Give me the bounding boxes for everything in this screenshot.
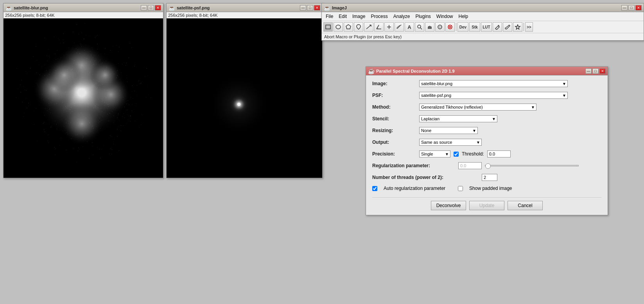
show-padded-label: Show padded image: [469, 186, 512, 191]
show-padded-checkbox[interactable]: [458, 186, 463, 191]
text-tool-btn[interactable]: A: [405, 22, 414, 32]
reg-param-input[interactable]: 0.0: [458, 162, 482, 169]
angle-tool-btn[interactable]: [374, 22, 384, 32]
imagej-toolbar: A: [322, 21, 644, 33]
threads-row: Number of threads (power of 2): 2: [372, 174, 601, 181]
fill-tool-btn[interactable]: [445, 22, 455, 32]
psf-minimize-btn[interactable]: —: [300, 5, 306, 11]
more-tools-btn[interactable]: >>: [525, 22, 533, 32]
psf-titlebar[interactable]: ☕ satellite-psf.png — □ ✕: [167, 4, 322, 12]
line-tool-btn[interactable]: [364, 22, 373, 32]
menu-image[interactable]: Image: [350, 13, 368, 20]
svg-line-5: [377, 25, 379, 29]
freehand-tool-btn[interactable]: [354, 22, 363, 32]
menu-help[interactable]: Help: [456, 13, 471, 20]
blur-image-info: 256x256 pixels; 8-bit; 64K: [4, 12, 163, 18]
lut-btn[interactable]: LUT: [481, 22, 492, 32]
toolbar-separator-1: [456, 23, 456, 31]
menu-analyze[interactable]: Analyze: [391, 13, 413, 20]
resizing-select[interactable]: None: [419, 127, 478, 134]
psf-image-info: 256x256 pixels; 8-bit; 64K: [167, 12, 322, 18]
oval-tool-btn[interactable]: [334, 22, 343, 32]
output-select-wrapper: Same as source ▼: [419, 139, 482, 146]
deconv-window-title: Parallel Spectral Deconvolution 2D 1.9: [376, 69, 455, 73]
image-label: Image:: [372, 81, 419, 86]
dev-btn[interactable]: Dev: [457, 22, 468, 32]
psf-image-area: [167, 18, 322, 178]
deconv-buttons: Deconvolve Update Cancel: [372, 197, 601, 210]
menu-file[interactable]: File: [323, 13, 335, 20]
dropper-tool-btn[interactable]: [435, 22, 445, 32]
auto-reg-checkbox[interactable]: [372, 186, 377, 191]
deconv-close-btn[interactable]: ✕: [599, 68, 606, 74]
reg-param-slider-track: [485, 165, 579, 166]
blur-maximize-btn[interactable]: □: [148, 5, 154, 11]
imagej-maximize-btn[interactable]: □: [628, 5, 635, 11]
auto-reg-label: Auto regularization parameter: [384, 186, 445, 191]
svg-marker-2: [346, 25, 351, 29]
blur-titlebar[interactable]: ☕ satellite-blur.png — □ ✕: [4, 4, 163, 12]
menu-process[interactable]: Process: [368, 13, 390, 20]
reg-param-label: Regularization parameter:: [372, 163, 458, 168]
psf-canvas: [167, 18, 321, 178]
cancel-button[interactable]: Cancel: [508, 201, 543, 210]
method-row: Method: Generalized Tikhonov (reflexive)…: [372, 104, 601, 111]
blur-window-icon: ☕: [5, 5, 12, 11]
psf-window: ☕ satellite-psf.png — □ ✕ 256x256 pixels…: [166, 3, 323, 178]
eraser-tool-btn[interactable]: [513, 22, 522, 32]
deconv-body: Image: satellite-blur.png ▼ PSF: satelli…: [366, 75, 608, 215]
psf-window-icon: ☕: [169, 5, 175, 11]
svg-point-8: [418, 25, 421, 28]
deconv-window-icon: ☕: [368, 68, 375, 74]
svg-marker-17: [515, 25, 520, 29]
deconv-window-controls: — □ ✕: [585, 68, 606, 74]
toolbar-separator-2: [524, 23, 524, 31]
output-label: Output:: [372, 139, 419, 145]
blur-close-btn[interactable]: ✕: [155, 5, 161, 11]
hand-tool-btn[interactable]: [425, 22, 434, 32]
stencil-select[interactable]: Laplacian: [419, 115, 497, 122]
threshold-checkbox[interactable]: [454, 152, 459, 157]
stencil-label: Stencil:: [372, 116, 419, 122]
stk-btn[interactable]: Stk: [469, 22, 480, 32]
menu-edit[interactable]: Edit: [336, 13, 349, 20]
psf-select[interactable]: satellite-psf.png: [419, 92, 568, 99]
resizing-select-wrapper: None ▼: [419, 127, 478, 134]
psf-window-title: satellite-psf.png: [177, 5, 210, 10]
stencil-row: Stencil: Laplacian ▼: [372, 115, 601, 122]
imagej-window-title: ImageJ: [332, 5, 347, 10]
psf-window-controls: — □ ✕: [300, 5, 320, 11]
polygon-tool-btn[interactable]: [344, 22, 353, 32]
update-button[interactable]: Update: [469, 201, 504, 210]
deconv-minimize-btn[interactable]: —: [585, 68, 592, 74]
deconvolve-button[interactable]: Deconvolve: [431, 201, 466, 210]
menu-window[interactable]: Window: [434, 13, 456, 20]
brush-tool-btn[interactable]: [503, 22, 512, 32]
deconv-maximize-btn[interactable]: □: [592, 68, 599, 74]
blur-window: ☕ satellite-blur.png — □ ✕ 256x256 pixel…: [3, 3, 163, 178]
psf-close-btn[interactable]: ✕: [314, 5, 320, 11]
point-tool-btn[interactable]: [384, 22, 394, 32]
menu-plugins[interactable]: Plugins: [413, 13, 433, 20]
threads-input[interactable]: 2: [482, 174, 497, 181]
output-select[interactable]: Same as source: [419, 139, 482, 146]
reg-param-slider-handle[interactable]: [485, 163, 491, 169]
pencil-tool-btn[interactable]: [493, 22, 502, 32]
deconv-titlebar[interactable]: ☕ Parallel Spectral Deconvolution 2D 1.9…: [366, 67, 608, 75]
magnifier-tool-btn[interactable]: [415, 22, 424, 32]
precision-row: Precision: Single ▼ Threshold: 0.0: [372, 150, 601, 157]
rectangle-tool-btn[interactable]: [323, 22, 333, 32]
blur-minimize-btn[interactable]: —: [141, 5, 147, 11]
imagej-titlebar[interactable]: ☕ ImageJ — □ ✕: [322, 4, 644, 12]
precision-select[interactable]: Single: [419, 150, 450, 157]
checkboxes-row: Auto regularization parameter Show padde…: [372, 186, 601, 191]
image-select[interactable]: satellite-blur.png: [419, 80, 568, 87]
wand-tool-btn[interactable]: [395, 22, 404, 32]
threshold-input[interactable]: 0.0: [487, 150, 511, 157]
imagej-close-btn[interactable]: ✕: [635, 5, 642, 11]
method-select[interactable]: Generalized Tikhonov (reflexive): [419, 104, 536, 111]
image-select-wrapper: satellite-blur.png ▼: [419, 80, 568, 87]
imagej-minimize-btn[interactable]: —: [621, 5, 628, 11]
psf-maximize-btn[interactable]: □: [307, 5, 313, 11]
psf-select-wrapper: satellite-psf.png ▼: [419, 92, 568, 99]
